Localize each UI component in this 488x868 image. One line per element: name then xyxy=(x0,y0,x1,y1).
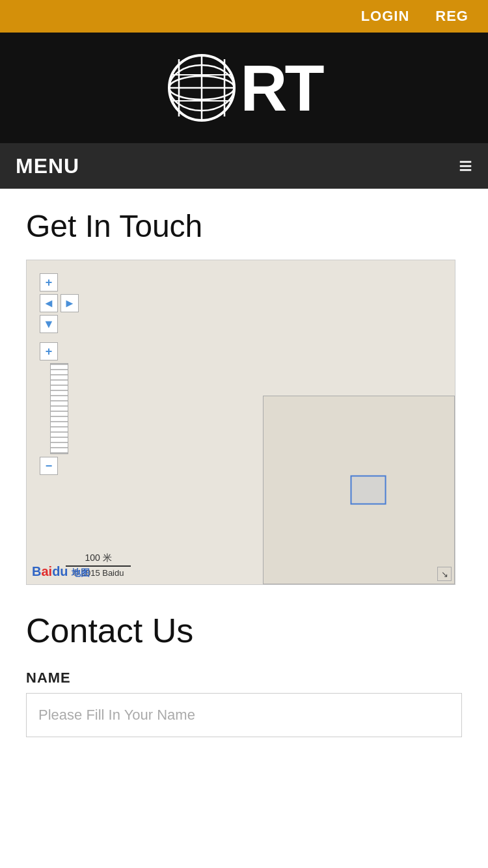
hamburger-icon[interactable]: ≡ xyxy=(459,154,472,178)
contact-section: Contact Us NAME xyxy=(0,611,488,763)
top-bar: LOGIN REG xyxy=(0,0,488,33)
login-link[interactable]: LOGIN xyxy=(361,8,410,25)
mini-map: ↘ xyxy=(263,396,455,584)
name-input[interactable] xyxy=(26,693,462,737)
reg-link[interactable]: REG xyxy=(435,8,468,25)
logo-rt-text: RT xyxy=(240,55,321,120)
zoom-out-btn[interactable]: − xyxy=(40,457,58,475)
zoom-in-btn2[interactable]: + xyxy=(40,342,58,360)
map-controls: + ◄ ► ▼ + − xyxy=(40,273,79,475)
logo: RT xyxy=(166,52,321,124)
page-section-title: Get In Touch xyxy=(26,208,462,244)
map-scale-text: 100 米 xyxy=(85,552,111,564)
contact-title: Contact Us xyxy=(26,611,462,650)
name-label: NAME xyxy=(26,670,462,686)
pan-right-btn[interactable]: ► xyxy=(61,294,79,312)
logo-area: RT xyxy=(0,33,488,143)
menu-bar[interactable]: MENU ≡ xyxy=(0,143,488,189)
mini-map-expand-btn[interactable]: ↘ xyxy=(437,567,452,581)
main-content: Get In Touch + ◄ ► ▼ + − 100 米 © 2015 Ba… xyxy=(0,189,488,585)
zoom-slider[interactable] xyxy=(50,363,68,454)
pan-down-btn[interactable]: ▼ xyxy=(40,315,58,333)
map-container[interactable]: + ◄ ► ▼ + − 100 米 © 2015 Baidu Baidu 地图 … xyxy=(26,260,455,585)
menu-label: MENU xyxy=(16,154,79,178)
pan-left-btn[interactable]: ◄ xyxy=(40,294,58,312)
mini-map-viewport xyxy=(351,476,386,505)
baidu-logo: Baidu 地图 xyxy=(32,564,90,579)
globe-icon xyxy=(166,52,237,124)
zoom-in-btn[interactable]: + xyxy=(40,273,58,292)
